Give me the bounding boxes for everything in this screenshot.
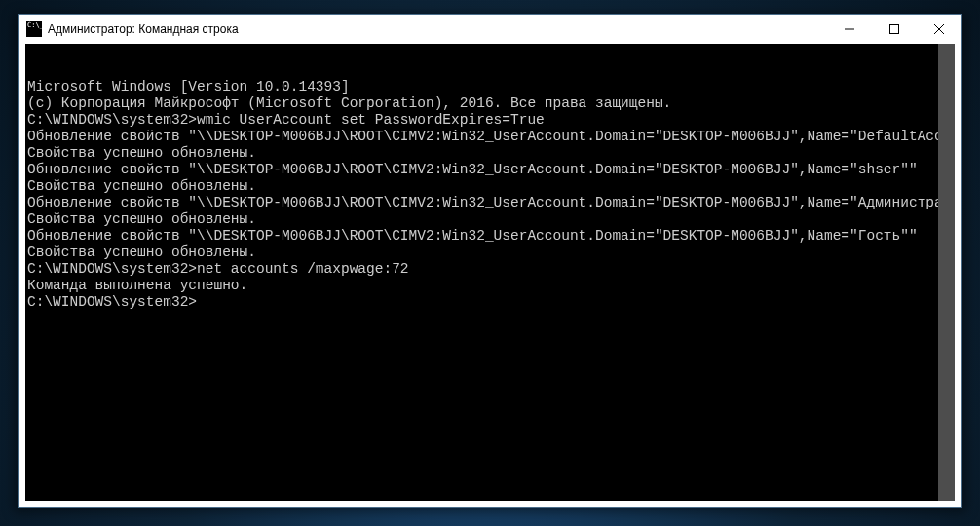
close-button[interactable] <box>917 15 961 44</box>
window-title: Администратор: Командная строка <box>48 22 827 36</box>
scrollbar-thumb[interactable] <box>938 44 955 501</box>
terminal-output: Microsoft Windows [Version 10.0.14393](с… <box>27 79 955 311</box>
output-line: Свойства успешно обновлены. <box>27 145 955 162</box>
output-line: Обновление свойств "\\DESKTOP-M006BJJ\RO… <box>27 162 955 178</box>
prompt-line: C:\WINDOWS\system32>net accounts /maxpwa… <box>27 261 955 278</box>
prompt-line: C:\WINDOWS\system32>wmic UserAccount set… <box>27 112 955 129</box>
output-line: Свойства успешно обновлены. <box>27 244 955 261</box>
output-line: (с) Корпорация Майкрософт (Microsoft Cor… <box>27 95 955 112</box>
maximize-button[interactable] <box>872 15 917 44</box>
output-line: Обновление свойств "\\DESKTOP-M006BJJ\RO… <box>27 195 955 211</box>
titlebar[interactable]: Администратор: Командная строка <box>19 15 961 44</box>
output-line: Свойства успешно обновлены. <box>27 178 955 195</box>
output-line: Обновление свойств "\\DESKTOP-M006BJJ\RO… <box>27 228 955 244</box>
minimize-button[interactable] <box>827 15 872 44</box>
output-line: Microsoft Windows [Version 10.0.14393] <box>27 79 955 95</box>
terminal-area[interactable]: Microsoft Windows [Version 10.0.14393](с… <box>25 44 955 501</box>
cmd-icon <box>26 21 42 37</box>
output-line: Обновление свойств "\\DESKTOP-M006BJJ\RO… <box>27 129 955 145</box>
cmd-window: Администратор: Командная строка Microsof… <box>18 14 962 508</box>
output-line: Свойства успешно обновлены. <box>27 211 955 228</box>
window-controls <box>827 15 961 44</box>
vertical-scrollbar[interactable] <box>938 44 955 501</box>
svg-rect-1 <box>890 25 899 34</box>
output-line: Команда выполнена успешно. <box>27 278 955 294</box>
prompt-line: C:\WINDOWS\system32> <box>27 294 955 311</box>
